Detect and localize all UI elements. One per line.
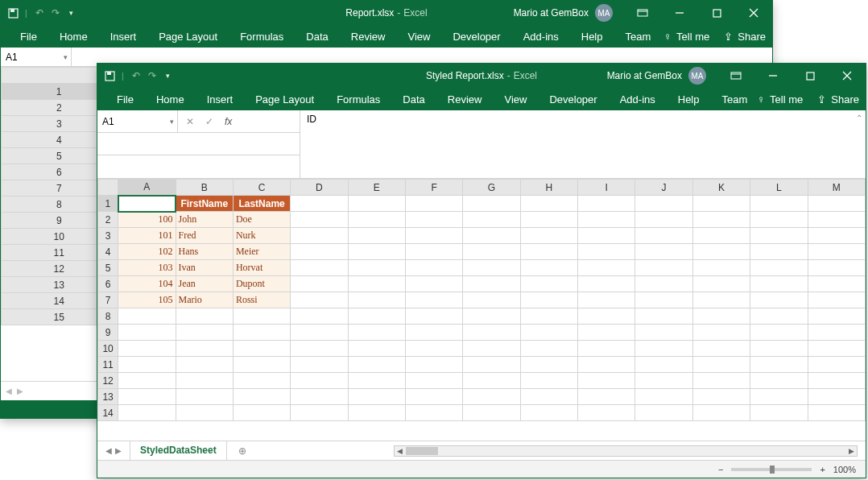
- cancel-formula-icon[interactable]: ✕: [186, 116, 194, 127]
- zoom-in-icon[interactable]: +: [820, 465, 825, 474]
- cell[interactable]: [578, 341, 635, 357]
- row-header[interactable]: 13: [98, 389, 118, 405]
- row-header[interactable]: 10: [98, 341, 118, 357]
- cell[interactable]: [118, 357, 176, 373]
- cell[interactable]: [750, 389, 808, 405]
- sheet-prev-icon[interactable]: ◀: [6, 387, 12, 395]
- cell[interactable]: [520, 260, 577, 276]
- cell[interactable]: [692, 373, 750, 389]
- tab-view[interactable]: View: [493, 88, 538, 110]
- cell[interactable]: [463, 292, 520, 308]
- cell[interactable]: [692, 276, 750, 292]
- cell[interactable]: [118, 325, 176, 341]
- ribbon-display-options-icon[interactable]: [717, 64, 754, 88]
- tab-addins[interactable]: Add-ins: [512, 25, 570, 48]
- cell[interactable]: Fred: [176, 228, 233, 244]
- cell[interactable]: 105: [118, 292, 176, 308]
- cell[interactable]: [520, 292, 577, 308]
- tab-home[interactable]: Home: [48, 25, 99, 48]
- cell[interactable]: [233, 389, 290, 405]
- cell[interactable]: [750, 341, 808, 357]
- new-sheet-icon[interactable]: ⊕: [238, 445, 246, 457]
- cell[interactable]: [291, 212, 348, 228]
- cell[interactable]: [520, 341, 577, 357]
- zoom-out-icon[interactable]: −: [718, 465, 723, 474]
- cell[interactable]: [635, 196, 692, 212]
- qat-dropdown-icon[interactable]: ▾: [163, 70, 174, 81]
- row-header[interactable]: 9: [98, 325, 118, 341]
- cell[interactable]: [176, 341, 233, 357]
- cell[interactable]: [348, 244, 405, 260]
- cell[interactable]: [463, 260, 520, 276]
- save-icon[interactable]: [7, 7, 19, 19]
- cell[interactable]: [520, 212, 577, 228]
- cell[interactable]: [405, 405, 462, 421]
- tell-me[interactable]: ♀Tell me: [757, 93, 803, 106]
- cell[interactable]: [692, 357, 750, 373]
- cell[interactable]: [635, 244, 692, 260]
- cell[interactable]: [176, 389, 233, 405]
- cell[interactable]: [405, 341, 462, 357]
- cell[interactable]: [808, 212, 866, 228]
- tab-file[interactable]: File: [105, 88, 145, 110]
- redo-icon[interactable]: ↷: [50, 7, 61, 19]
- cell[interactable]: [808, 325, 866, 341]
- sheet-prev-icon[interactable]: ◀: [105, 446, 112, 455]
- cell[interactable]: [692, 228, 750, 244]
- cell[interactable]: [692, 260, 750, 276]
- cell[interactable]: LastName: [233, 196, 290, 212]
- name-box[interactable]: A1 ▾: [97, 110, 178, 132]
- cell[interactable]: [578, 260, 635, 276]
- tab-formulas[interactable]: Formulas: [229, 25, 295, 48]
- cell[interactable]: [750, 276, 808, 292]
- cell[interactable]: [348, 373, 405, 389]
- row-header[interactable]: 11: [98, 357, 118, 373]
- cell[interactable]: [635, 260, 692, 276]
- cell[interactable]: [750, 357, 808, 373]
- tab-insert[interactable]: Insert: [196, 88, 245, 110]
- row-header[interactable]: 5: [98, 260, 118, 276]
- tell-me[interactable]: ♀Tell me: [663, 31, 709, 43]
- cell[interactable]: [520, 308, 577, 325]
- tab-file[interactable]: File: [9, 25, 48, 48]
- tab-help[interactable]: Help: [570, 25, 614, 48]
- tab-page-layout[interactable]: Page Layout: [244, 88, 325, 110]
- cell[interactable]: Doe: [233, 212, 290, 228]
- cell[interactable]: [808, 341, 866, 357]
- collapse-ribbon-icon[interactable]: ⌃: [856, 114, 862, 122]
- cell[interactable]: [578, 308, 635, 325]
- close-button[interactable]: [829, 64, 866, 88]
- cell[interactable]: [520, 276, 577, 292]
- cell[interactable]: [808, 292, 866, 308]
- cell[interactable]: [405, 357, 462, 373]
- cell[interactable]: [692, 244, 750, 260]
- cell[interactable]: [520, 228, 577, 244]
- cell[interactable]: [463, 228, 520, 244]
- col-header[interactable]: E: [348, 180, 405, 196]
- cell[interactable]: Hans: [176, 244, 233, 260]
- cell[interactable]: [463, 276, 520, 292]
- cell[interactable]: [520, 405, 577, 421]
- cell[interactable]: [692, 308, 750, 325]
- tab-review[interactable]: Review: [436, 88, 494, 110]
- cell[interactable]: [176, 405, 233, 421]
- cell[interactable]: [233, 325, 290, 341]
- share-button[interactable]: ⇪Share: [724, 31, 766, 43]
- cell[interactable]: [291, 196, 348, 212]
- cell[interactable]: [808, 308, 866, 325]
- cell[interactable]: [291, 228, 348, 244]
- avatar[interactable]: MA: [688, 67, 706, 85]
- zoom-slider[interactable]: [731, 468, 812, 471]
- cell[interactable]: [578, 292, 635, 308]
- tab-formulas[interactable]: Formulas: [325, 88, 391, 110]
- cell[interactable]: [291, 341, 348, 357]
- minimize-button[interactable]: [661, 1, 698, 25]
- cell[interactable]: John: [176, 212, 233, 228]
- cell[interactable]: ID: [118, 196, 176, 212]
- cell[interactable]: 104: [118, 276, 176, 292]
- cell[interactable]: [405, 325, 462, 341]
- cell[interactable]: [463, 389, 520, 405]
- maximize-button[interactable]: [792, 64, 829, 88]
- cell[interactable]: Dupont: [233, 276, 290, 292]
- col-header[interactable]: A: [118, 180, 176, 196]
